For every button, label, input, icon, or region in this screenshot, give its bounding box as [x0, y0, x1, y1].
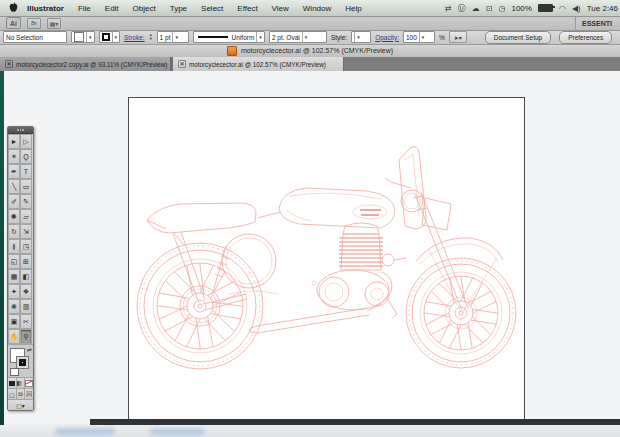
document-setup-button[interactable]: Document Setup [485, 31, 551, 44]
stroke-weight-stepper[interactable]: ▲▼ [149, 33, 153, 41]
menu-object[interactable]: Object [126, 4, 163, 13]
close-icon[interactable]: ✕ [5, 60, 13, 68]
menu-help[interactable]: Help [338, 4, 368, 13]
slice-tool[interactable]: ✂ [20, 314, 32, 329]
hand-tool[interactable]: ✋ [8, 329, 20, 344]
none-button[interactable] [25, 378, 33, 388]
battery-percent-label: 100% [511, 4, 531, 13]
illustrator-logo: Ai [6, 17, 21, 29]
draw-inside-button[interactable]: 回 [25, 389, 33, 399]
battery-icon [538, 4, 553, 12]
symbol-sprayer-tool[interactable]: ❋ [8, 299, 20, 314]
apple-menu-icon[interactable] [6, 2, 20, 14]
menu-effect[interactable]: Effect [230, 4, 264, 13]
rotate-tool[interactable]: ↻ [8, 224, 20, 239]
graph-tool[interactable]: ▥ [20, 299, 32, 314]
graphic-styles-icon[interactable]: ➤▾ [449, 31, 467, 43]
menu-file[interactable]: File [71, 4, 98, 13]
artboard[interactable] [128, 97, 525, 421]
window-bottom-edge [90, 419, 620, 425]
motorcycle-line-art [129, 98, 524, 420]
color-button[interactable] [8, 378, 17, 388]
menu-type[interactable]: Type [163, 4, 194, 13]
chevron-down-icon: ▾ [86, 32, 92, 42]
close-icon[interactable]: ✕ [178, 60, 186, 68]
document-window-title-bar[interactable]: motorcyclecector.ai @ 102.57% (CMYK/Prev… [0, 44, 620, 58]
preferences-button[interactable]: Preferences [559, 31, 612, 44]
lasso-tool[interactable]: Ϙ [20, 149, 32, 164]
gradient-button[interactable] [17, 378, 26, 388]
workspace-switcher[interactable]: ESSENTI [575, 16, 620, 30]
chevron-down-icon: ▾ [302, 32, 308, 42]
artboard-tool[interactable]: ▣ [8, 314, 20, 329]
magic-wand-tool[interactable]: ✶ [8, 149, 20, 164]
rectangle-tool[interactable]: ▭ [20, 179, 32, 194]
arrange-documents-icon[interactable]: ▦▾ [47, 18, 61, 29]
bridge-icon[interactable]: Br [27, 18, 41, 29]
stroke-color-dropdown[interactable]: ▾ [99, 31, 121, 43]
tab-motorcyclecector2[interactable]: ✕ motorcyclecector2 copy.ai @ 93.11% (CM… [0, 57, 172, 71]
perspective-grid-tool[interactable]: ⊞ [20, 254, 32, 269]
draw-behind-button[interactable]: ⧉ [17, 389, 26, 399]
opacity-dropdown[interactable]: 100▾ [403, 31, 435, 43]
canvas-area[interactable] [4, 71, 620, 424]
zoom-tool[interactable]: ⚲ [20, 329, 32, 344]
application-bar: Ai Br ▦▾ ESSENTI [0, 16, 620, 31]
fill-swatch-mini [74, 32, 84, 42]
stroke-swatch-mini [102, 33, 110, 41]
dock-icon-blur [150, 428, 205, 435]
time-machine-icon[interactable]: ◷ [498, 4, 505, 13]
type-tool[interactable]: T [20, 164, 32, 179]
color-mode-row [8, 377, 33, 388]
blend-tool[interactable]: ❖ [20, 284, 32, 299]
paintbrush-tool[interactable]: ✐ [8, 194, 20, 209]
menu-edit[interactable]: Edit [98, 4, 126, 13]
tab-motorcyclecector[interactable]: ✕ motorcyclecector.ai @ 102.57% (CMYK/Pr… [172, 57, 344, 71]
desktop-bottom-strip [0, 425, 620, 437]
eyedropper-tool[interactable]: ✦ [8, 284, 20, 299]
default-fill-stroke-icon[interactable] [10, 368, 19, 376]
menu-window[interactable]: Window [296, 4, 338, 13]
shield-icon[interactable]: Ⓤ [458, 3, 466, 14]
line-segment-tool[interactable]: ╲ [8, 179, 20, 194]
scale-tool[interactable]: ⇲ [20, 224, 32, 239]
pen-tool[interactable]: ✒ [8, 164, 20, 179]
style-dropdown[interactable]: ▾ [351, 31, 371, 43]
percent-label: % [439, 34, 445, 41]
brush-definition-dropdown[interactable]: 2 pt. Oval▾ [269, 31, 327, 43]
width-profile-dropdown[interactable]: Uniform▾ [193, 31, 265, 43]
swap-fill-stroke-icon[interactable]: ⇄ [27, 346, 32, 353]
opacity-panel-link[interactable]: Opacity: [375, 34, 399, 41]
tools-panel[interactable]: ►▷✶Ϙ✒T╲▭✐✎✺▱↻⇲≬◳◱⊞▦◧✦❖❋▥▣✂✋⚲ ⇄ ▢ ⧉ 回 ▢▾ [7, 126, 34, 411]
menu-view[interactable]: View [265, 4, 296, 13]
shape-builder-tool[interactable]: ◱ [8, 254, 20, 269]
gradient-tool[interactable]: ◧ [20, 269, 32, 284]
sync-icon[interactable]: ⇄ [445, 4, 452, 13]
selection-tool[interactable]: ► [8, 134, 20, 149]
fill-color-dropdown[interactable]: ▾ [71, 31, 95, 43]
pencil-tool[interactable]: ✎ [20, 194, 32, 209]
screen-mode-button[interactable]: ▢▾ [8, 399, 33, 410]
width-tool[interactable]: ≬ [8, 239, 20, 254]
direct-selection-tool[interactable]: ▷ [20, 134, 32, 149]
menu-clock[interactable]: Tue 2:46 [587, 4, 618, 13]
style-label: Style: [331, 34, 347, 41]
stroke-weight-dropdown[interactable]: 1 pt▾ [157, 31, 189, 43]
screen: IllustratorFileEditObjectTypeSelectEffec… [0, 0, 620, 437]
draw-normal-button[interactable]: ▢ [8, 389, 17, 399]
volume-icon[interactable]: ◀) [572, 4, 581, 13]
wifi-icon[interactable]: ◠ [559, 4, 566, 13]
menu-select[interactable]: Select [194, 4, 230, 13]
stroke-panel-link[interactable]: Stroke: [124, 34, 145, 41]
chevron-down-icon: ▾ [112, 32, 118, 42]
displays-icon[interactable]: ⊡ [486, 4, 493, 13]
tools-panel-header[interactable] [8, 127, 33, 134]
stroke-preview-line [198, 36, 228, 38]
eraser-tool[interactable]: ▱ [20, 209, 32, 224]
cloud-icon[interactable]: ☁ [472, 4, 480, 13]
mesh-tool[interactable]: ▦ [8, 269, 20, 284]
free-transform-tool[interactable]: ◳ [20, 239, 32, 254]
selection-status-dropdown[interactable]: No Selection [3, 31, 67, 43]
menu-illustrator[interactable]: Illustrator [20, 4, 71, 13]
blob-brush-tool[interactable]: ✺ [8, 209, 20, 224]
